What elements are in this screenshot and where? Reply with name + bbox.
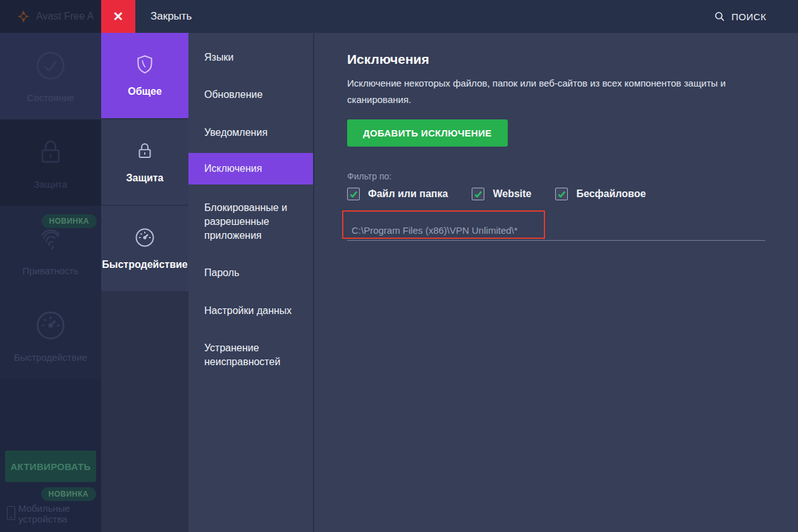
speedometer-icon: [34, 309, 67, 342]
topbar: Avast Free A ✕ Закрыть ПОИСК: [0, 0, 798, 33]
main-sidebar: Состояние Защита НОВИНКА Приватност: [0, 33, 101, 532]
category-general[interactable]: Общее: [101, 33, 188, 118]
exclusion-path-value: C:\Program Files (x86)\VPN Unlimited\*: [347, 224, 518, 238]
category-label: Быстродействие: [102, 259, 187, 270]
sidebar-item-label: Мобильные устройства: [18, 503, 95, 524]
check-circle-icon: [34, 49, 67, 82]
category-protection[interactable]: Защита: [101, 119, 188, 205]
menu-item-blocked-allowed-apps[interactable]: Блокированные и разрешенные приложения: [188, 201, 313, 243]
sidebar-item-mobile-devices[interactable]: Мобильные устройства: [6, 503, 95, 524]
check-icon: [557, 190, 567, 199]
avast-settings-window: Avast Free A ✕ Закрыть ПОИСК Состояние: [0, 0, 798, 532]
phone-icon: [6, 505, 16, 521]
filter-by-label: Фильтр по:: [347, 171, 777, 181]
activate-button[interactable]: АКТИВИРОВАТЬ: [5, 450, 96, 482]
add-exclusion-button[interactable]: ДОБАВИТЬ ИСКЛЮЧЕНИЕ: [347, 119, 508, 147]
category-performance[interactable]: Быстродействие: [101, 206, 188, 291]
sidebar-item-label: Быстродействие: [14, 352, 87, 363]
new-badge: НОВИНКА: [41, 487, 96, 501]
close-icon: ✕: [113, 10, 124, 23]
sidebar-item-privacy[interactable]: НОВИНКА Приватность: [0, 206, 101, 293]
checkbox-file-or-folder[interactable]: Файл или папка: [347, 188, 448, 200]
settings-menu: Языки Обновление Уведомления Исключения …: [188, 33, 314, 532]
lock-icon: [34, 136, 67, 169]
page-description: Исключение некоторых файлов, папок или в…: [347, 75, 770, 108]
close-button[interactable]: ✕: [101, 0, 135, 33]
app-title: Avast Free A: [36, 11, 94, 22]
checkbox-label: Бесфайловое: [576, 188, 646, 200]
lock-icon: [134, 140, 156, 162]
checkbox-label: Website: [493, 188, 531, 200]
sidebar-item-performance[interactable]: Быстродействие: [0, 293, 101, 379]
menu-item-exclusions[interactable]: Исключения: [188, 153, 313, 184]
sidebar-item-protection[interactable]: Защита: [0, 119, 101, 206]
category-label: Общее: [128, 86, 162, 97]
page-title: Исключения: [347, 52, 777, 67]
menu-item-notifications[interactable]: Уведомления: [188, 126, 313, 140]
app-brand: Avast Free A: [0, 0, 101, 33]
settings-category-nav: Общее Защита Быстродействие: [101, 33, 188, 532]
checkbox[interactable]: [472, 188, 484, 200]
menu-item-update[interactable]: Обновление: [188, 88, 313, 102]
sidebar-item-status[interactable]: Состояние: [0, 33, 101, 119]
exclusion-path-input[interactable]: C:\Program Files (x86)\VPN Unlimited\*: [347, 224, 765, 241]
category-label: Защита: [126, 172, 164, 184]
new-badge: НОВИНКА: [42, 214, 97, 228]
checkbox-website[interactable]: Website: [472, 188, 531, 200]
avast-logo-icon: [16, 9, 30, 23]
check-icon: [349, 190, 359, 199]
menu-item-languages[interactable]: Языки: [188, 51, 313, 64]
filter-checkbox-row: Файл или папка Website Бесфайловое: [347, 188, 777, 200]
menu-item-data-settings[interactable]: Настройки данных: [188, 304, 313, 318]
checkbox[interactable]: [555, 188, 568, 200]
checkbox-fileless[interactable]: Бесфайловое: [555, 188, 646, 200]
menu-item-password[interactable]: Пароль: [188, 266, 313, 280]
menu-item-troubleshooting[interactable]: Устранение неисправностей: [188, 341, 313, 369]
speedometer-icon: [134, 227, 156, 248]
search-button[interactable]: ПОИСК: [713, 0, 798, 33]
sidebar-item-label: Защита: [34, 179, 67, 190]
shield-icon: [134, 54, 156, 75]
window-body: Состояние Защита НОВИНКА Приватност: [0, 33, 798, 532]
check-icon: [474, 190, 483, 199]
sidebar-item-label: Состояние: [27, 92, 75, 103]
close-label[interactable]: Закрыть: [135, 0, 192, 33]
exclusions-panel: Исключения Исключение некоторых файлов, …: [314, 33, 798, 532]
checkbox[interactable]: [347, 188, 360, 200]
search-icon: [713, 10, 726, 23]
checkbox-label: Файл или папка: [368, 188, 448, 200]
sidebar-item-label: Приватность: [23, 265, 79, 276]
topbar-spacer: [192, 0, 713, 33]
search-label: ПОИСК: [732, 11, 766, 22]
